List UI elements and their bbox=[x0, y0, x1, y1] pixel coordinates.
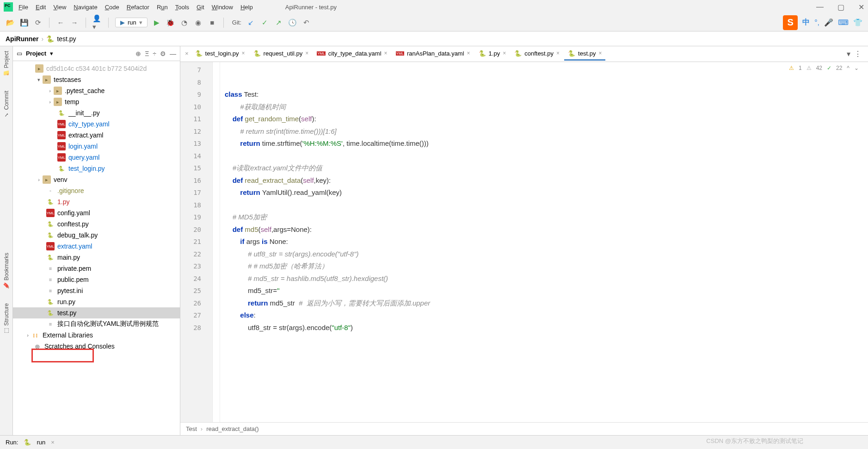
tree-extract2[interactable]: YMLextract.yaml bbox=[13, 241, 180, 252]
tree-venv[interactable]: ›▸venv bbox=[13, 174, 180, 185]
tree-public[interactable]: ≡public.pem bbox=[13, 274, 180, 285]
git-update-icon[interactable]: ↙ bbox=[246, 18, 255, 27]
menu-tools[interactable]: Tools bbox=[175, 4, 189, 11]
sidebar-project[interactable]: 📁Project bbox=[3, 51, 10, 77]
tab-testpy[interactable]: 🐍test.py× bbox=[564, 48, 605, 61]
breadcrumb-root[interactable]: ApiRunner bbox=[6, 35, 39, 43]
tab-ranasplan[interactable]: YMLranAsPlan_data.yaml× bbox=[392, 48, 474, 61]
git-push-icon[interactable]: ↗ bbox=[274, 18, 283, 27]
back-icon[interactable]: ← bbox=[56, 18, 65, 27]
profile-run-icon[interactable]: ◉ bbox=[194, 18, 203, 27]
breadcrumb-file[interactable]: test.py bbox=[57, 35, 76, 43]
close-button[interactable]: ✕ bbox=[858, 3, 864, 12]
close-icon[interactable]: × bbox=[556, 50, 560, 56]
crumb-class[interactable]: Test bbox=[186, 425, 197, 432]
tree-testpy[interactable]: 🐍test.py bbox=[13, 307, 180, 318]
tree-config[interactable]: YMLconfig.yaml bbox=[13, 207, 180, 218]
tab-close-prev-icon[interactable]: × bbox=[183, 48, 191, 61]
tree-item[interactable]: ▸cd5d1c4c c534 401c b772 5404i2d bbox=[13, 63, 180, 74]
code-editor[interactable]: ⚠1 ⚠42 ✓22 ^ ⌄ 7891011121314151617181920… bbox=[180, 62, 868, 422]
menu-refactor[interactable]: Refactor bbox=[127, 4, 149, 11]
tab-conftest[interactable]: 🐍conftest.py× bbox=[511, 48, 563, 61]
stop-icon[interactable]: ■ bbox=[208, 18, 217, 27]
menu-file[interactable]: File bbox=[18, 4, 28, 11]
tree-run[interactable]: 🐍run.py bbox=[13, 296, 180, 307]
tree-private[interactable]: ≡private.pem bbox=[13, 263, 180, 274]
debug-icon[interactable]: 🐞 bbox=[166, 18, 175, 27]
tree-pytest-cache[interactable]: ›▸.pytest_cache bbox=[13, 85, 180, 96]
menu-window[interactable]: Window bbox=[212, 4, 233, 11]
close-icon[interactable]: × bbox=[467, 50, 470, 56]
run-tool-config[interactable]: run bbox=[37, 439, 45, 446]
git-commit-icon[interactable]: ✓ bbox=[260, 18, 269, 27]
git-history-icon[interactable]: 🕓 bbox=[288, 18, 297, 27]
menu-run[interactable]: Run bbox=[157, 4, 168, 11]
tree-1py[interactable]: 🐍1.py bbox=[13, 196, 180, 207]
fold-gutter[interactable] bbox=[213, 62, 220, 422]
tree-extract[interactable]: YMLextract.yaml bbox=[13, 130, 180, 141]
tree-pytestini[interactable]: ≡pytest.ini bbox=[13, 285, 180, 296]
tab-request-util[interactable]: 🐍request_util.py× bbox=[250, 48, 313, 61]
menu-navigate[interactable]: Navigate bbox=[74, 4, 97, 11]
collapse-icon[interactable]: ÷ bbox=[153, 50, 156, 57]
ime-skin-icon[interactable]: 👕 bbox=[853, 18, 862, 27]
coverage-icon[interactable]: ◔ bbox=[180, 18, 189, 27]
tree-chinese-doc[interactable]: ≡接口自动化测试YAML测试用例规范 bbox=[13, 318, 180, 330]
tree-conftest[interactable]: 🐍conftest.py bbox=[13, 218, 180, 230]
tabs-more-icon[interactable]: ⋮ bbox=[854, 50, 862, 58]
tree-testcases[interactable]: ▾▸testcases bbox=[13, 74, 180, 85]
ime-mic-icon[interactable]: 🎤 bbox=[824, 18, 833, 27]
menu-view[interactable]: View bbox=[53, 4, 66, 11]
tree-debug-talk[interactable]: 🐍debug_talk.py bbox=[13, 230, 180, 241]
sidebar-structure[interactable]: ⬚Structure bbox=[3, 303, 10, 334]
tabs-dropdown-icon[interactable]: ▾ bbox=[847, 50, 850, 58]
minimize-button[interactable]: — bbox=[816, 3, 824, 12]
close-icon[interactable]: × bbox=[384, 50, 388, 56]
tree-scratches[interactable]: ◎Scratches and Consoles bbox=[13, 341, 180, 352]
sogou-ime-icon[interactable]: S bbox=[783, 15, 798, 30]
tree-main[interactable]: 🐍main.py bbox=[13, 252, 180, 263]
menu-code[interactable]: Code bbox=[105, 4, 119, 11]
select-opened-icon[interactable]: Ξ bbox=[145, 50, 149, 57]
ime-keyboard-icon[interactable]: ⌨ bbox=[838, 18, 849, 27]
open-icon[interactable]: 📂 bbox=[6, 18, 15, 27]
tree-temp[interactable]: ›▸temp bbox=[13, 96, 180, 107]
tree-query[interactable]: YMLquery.yaml bbox=[13, 152, 180, 163]
tab-1py[interactable]: 🐍1.py× bbox=[475, 48, 510, 61]
close-icon[interactable]: × bbox=[305, 50, 308, 56]
run-tool-label[interactable]: Run: bbox=[6, 439, 18, 446]
profile-icon[interactable]: 👤▾ bbox=[92, 18, 102, 27]
maximize-button[interactable]: ▢ bbox=[837, 3, 844, 12]
tab-city-type-data[interactable]: YMLcity_type_data.yaml× bbox=[313, 48, 391, 61]
run-icon[interactable]: ▶ bbox=[152, 18, 161, 27]
project-dropdown-icon[interactable]: ▾ bbox=[50, 50, 53, 57]
close-icon[interactable]: × bbox=[598, 50, 602, 56]
settings-icon[interactable]: ⚙ bbox=[160, 50, 166, 57]
menu-help[interactable]: Help bbox=[240, 4, 253, 11]
hide-icon[interactable]: — bbox=[170, 50, 176, 57]
sidebar-commit[interactable]: ✓Commit bbox=[3, 91, 10, 118]
tree-gitignore[interactable]: ◦.gitignore bbox=[13, 185, 180, 196]
sidebar-bookmarks[interactable]: 🔖Bookmarks bbox=[3, 253, 10, 289]
tree-init[interactable]: 🐍__init__.py bbox=[13, 107, 180, 118]
code-content[interactable]: class Test: #获取随机时间 def get_random_time(… bbox=[220, 62, 868, 422]
git-rollback-icon[interactable]: ↶ bbox=[302, 18, 311, 27]
run-config-selector[interactable]: ▶run▾ bbox=[115, 18, 148, 27]
tree-city-type[interactable]: YMLcity_type.yaml bbox=[13, 118, 180, 130]
forward-icon[interactable]: → bbox=[70, 18, 79, 27]
tree-test-login[interactable]: 🐍test_login.py bbox=[13, 163, 180, 174]
tree-external-libs[interactable]: ›⫿⫿External Libraries bbox=[13, 330, 180, 341]
ime-lang-icon[interactable]: 中 bbox=[802, 18, 810, 27]
tab-test-login[interactable]: 🐍test_login.py× bbox=[191, 48, 249, 61]
sync-icon[interactable]: ⟳ bbox=[33, 18, 43, 27]
menu-git[interactable]: Git bbox=[197, 4, 204, 11]
crumb-method[interactable]: read_extract_data() bbox=[206, 425, 259, 432]
save-icon[interactable]: 💾 bbox=[19, 18, 29, 27]
close-icon[interactable]: × bbox=[51, 439, 55, 446]
close-icon[interactable]: × bbox=[242, 50, 245, 56]
ime-punct-icon[interactable]: °, bbox=[814, 19, 819, 27]
expand-icon[interactable]: ⊕ bbox=[135, 50, 141, 57]
menu-edit[interactable]: Edit bbox=[36, 4, 46, 11]
close-icon[interactable]: × bbox=[503, 50, 506, 56]
tree-login[interactable]: YMLlogin.yaml bbox=[13, 141, 180, 152]
